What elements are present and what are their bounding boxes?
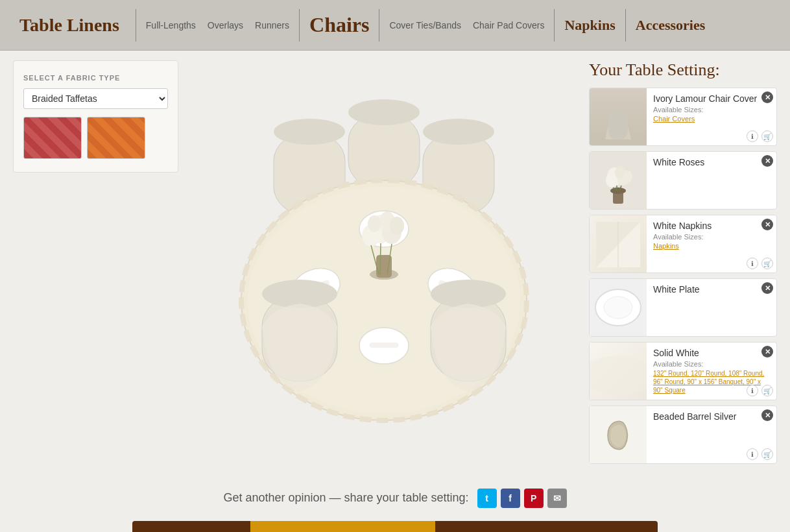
nav-link-chairs[interactable]: Chairs [309, 13, 369, 37]
nav-link-overlays[interactable]: Overlays [208, 20, 243, 30]
svg-rect-38 [608, 109, 628, 140]
napkins-thumb [590, 215, 647, 272]
beaded-thumb [590, 406, 647, 463]
svg-rect-19 [370, 343, 398, 348]
solid-white-cart-icon[interactable]: 🛒 [761, 385, 773, 396]
fabric-type-label: SELECT A FABRIC TYPE [23, 74, 168, 82]
main-content: SELECT A FABRIC TYPE Braided Taffetas [0, 51, 790, 479]
svg-point-41 [610, 187, 626, 194]
nav-divider-3 [379, 9, 379, 42]
navigation-bar: Table Linens Full-Lengths Overlays Runne… [0, 0, 790, 51]
print-design-button[interactable]: 🖨 Print your Design [132, 521, 250, 532]
beaded-name: Beaded Barrel Silver [653, 411, 770, 422]
nav-link-accessories[interactable]: Accessories [636, 17, 706, 34]
table-scene [189, 73, 579, 424]
nav-title-linens[interactable]: Table Linens [19, 15, 119, 36]
setting-item-roses: White Roses ✕ [589, 151, 777, 210]
chair-cover-actions: ℹ 🛒 [747, 130, 773, 142]
share-section: Get another opinion — share your table s… [0, 479, 790, 514]
nav-links-chair-opts: Cover Ties/Bands Chair Pad Covers [389, 20, 544, 30]
nav-link-cover-ties[interactable]: Cover Ties/Bands [389, 20, 461, 30]
share-facebook-icon[interactable]: f [501, 489, 520, 508]
left-panel: SELECT A FABRIC TYPE Braided Taffetas [13, 60, 178, 469]
roses-info: White Roses [647, 152, 776, 209]
roses-thumb [590, 152, 647, 209]
plate-remove-btn[interactable]: ✕ [761, 282, 773, 294]
nav-link-runners[interactable]: Runners [255, 20, 289, 30]
svg-line-29 [380, 243, 381, 274]
share-pinterest-icon[interactable]: P [524, 489, 544, 508]
solid-white-name: Solid White [653, 348, 770, 358]
setting-item-napkins: White Napkins Available Sizes: Napkins ✕… [589, 215, 777, 273]
fabric-selector: SELECT A FABRIC TYPE Braided Taffetas [13, 60, 178, 173]
beaded-cart-icon[interactable]: 🛒 [761, 448, 773, 460]
solid-white-actions: ℹ 🛒 [747, 385, 773, 396]
napkins-cart-icon[interactable]: 🛒 [761, 258, 773, 269]
solid-white-thumb [590, 343, 647, 400]
chair-cover-remove-btn[interactable]: ✕ [761, 91, 773, 103]
napkins-info-icon[interactable]: ℹ [747, 258, 758, 269]
svg-point-28 [368, 215, 381, 232]
chair-cover-sub-label: Available Sizes: [653, 106, 770, 114]
svg-point-5 [423, 119, 494, 145]
share-text: Get another opinion — share your table s… [223, 491, 468, 504]
svg-point-27 [390, 217, 404, 235]
svg-point-53 [604, 296, 632, 319]
fabric-swatches [23, 117, 168, 159]
chair-cover-thumb [590, 88, 647, 145]
svg-point-2 [274, 119, 345, 145]
fabric-type-dropdown[interactable]: Braided Taffetas [23, 88, 168, 109]
napkins-name: White Napkins [653, 221, 770, 231]
nav-link-napkins[interactable]: Napkins [564, 17, 615, 34]
roses-name: White Roses [653, 157, 770, 167]
table-setting-title: Your Table Setting: [589, 60, 777, 80]
solid-white-info-icon[interactable]: ℹ [747, 385, 758, 396]
swatch-red[interactable] [23, 117, 82, 159]
plate-info: White Plate [647, 279, 776, 336]
plate-name: White Plate [653, 284, 770, 295]
nav-divider-2 [299, 9, 300, 42]
beaded-actions: ℹ 🛒 [747, 448, 773, 460]
solid-white-remove-btn[interactable]: ✕ [761, 346, 773, 357]
nav-link-full-lengths[interactable]: Full-Lengths [146, 20, 196, 30]
napkins-sub-value[interactable]: Napkins [653, 242, 770, 250]
svg-point-46 [623, 171, 632, 182]
napkins-actions: ℹ 🛒 [747, 258, 773, 269]
plate-thumb [590, 279, 647, 336]
setting-item-chair-cover: Ivory Lamour Chair Cover Available Sizes… [589, 88, 777, 146]
swatch-orange[interactable] [87, 117, 145, 159]
beaded-info-icon[interactable]: ℹ [747, 448, 758, 460]
contact-rep-button[interactable]: ✉ Contact a Rep about your design [250, 521, 435, 532]
setting-item-beaded: Beaded Barrel Silver ✕ ℹ 🛒 [589, 405, 777, 464]
napkins-remove-btn[interactable]: ✕ [761, 219, 773, 230]
napkins-sub-label: Available Sizes: [653, 233, 770, 241]
svg-point-8 [348, 99, 420, 125]
beaded-remove-btn[interactable]: ✕ [761, 409, 773, 421]
setting-item-plate: White Plate ✕ [589, 278, 777, 337]
chair-cover-sub-value[interactable]: Chair Covers [653, 115, 770, 123]
solid-white-sub-label: Available Sizes: [653, 360, 770, 368]
setting-item-solid-white: Solid White Available Sizes: 132" Round,… [589, 342, 777, 400]
request-samples-button[interactable]: Request samples of your table setting fa… [435, 521, 658, 532]
center-table-area [185, 60, 582, 469]
bottom-buttons: 🖨 Print your Design ✉ Contact a Rep abou… [0, 514, 790, 532]
chair-cover-cart-icon[interactable]: 🛒 [761, 130, 773, 142]
nav-divider-5 [625, 9, 626, 42]
nav-divider-4 [554, 9, 555, 42]
nav-divider-1 [136, 9, 136, 42]
share-icons: t f P ✉ [477, 489, 567, 508]
nav-link-chair-pad[interactable]: Chair Pad Covers [473, 20, 545, 30]
share-twitter-icon[interactable]: t [477, 489, 497, 508]
nav-links-linens: Full-Lengths Overlays Runners [146, 20, 289, 30]
nav-section-linens: Table Linens Full-Lengths Overlays Runne… [19, 0, 705, 50]
share-email-icon[interactable]: ✉ [547, 489, 567, 508]
roses-remove-btn[interactable]: ✕ [761, 155, 773, 167]
right-panel: Your Table Setting: Ivory Lamour Chair C… [589, 60, 777, 469]
chair-cover-name: Ivory Lamour Chair Cover [653, 93, 770, 104]
chair-cover-info-icon[interactable]: ℹ [747, 130, 758, 142]
